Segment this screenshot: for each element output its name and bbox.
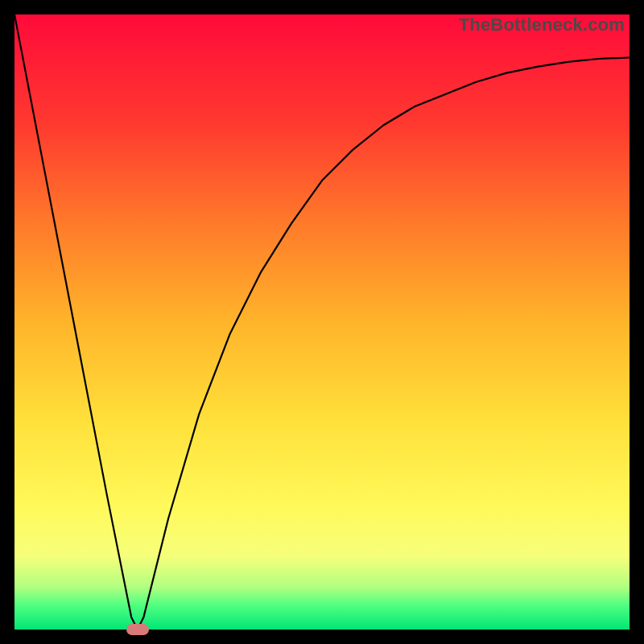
bottleneck-curve [14, 14, 630, 630]
plot-area: TheBottleneck.com [14, 14, 630, 630]
minimum-marker [126, 624, 149, 635]
chart-frame: TheBottleneck.com [0, 0, 644, 644]
